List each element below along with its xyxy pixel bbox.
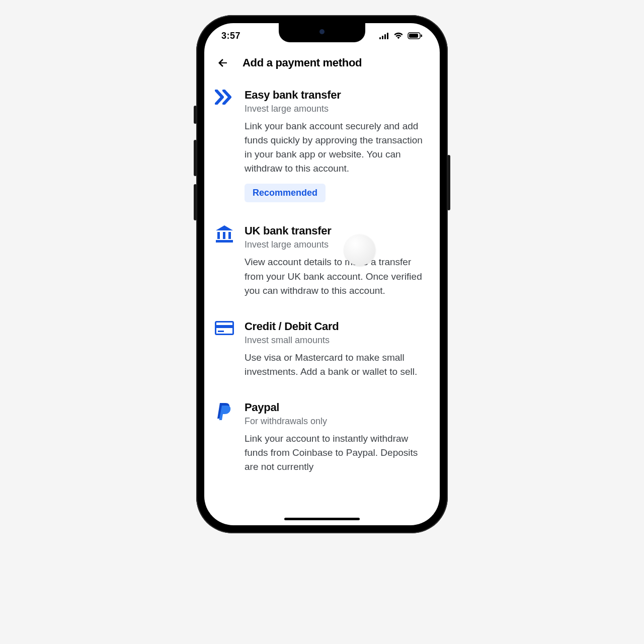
wifi-icon xyxy=(393,32,404,39)
double-chevron-icon xyxy=(215,90,234,105)
phone-power-button xyxy=(447,155,450,210)
bank-icon xyxy=(215,225,233,243)
svg-rect-11 xyxy=(216,240,233,243)
app-header: Add a payment method xyxy=(204,48,440,77)
method-subtitle: Invest small amounts xyxy=(245,335,430,346)
touch-indicator xyxy=(344,234,375,266)
svg-rect-1 xyxy=(382,36,383,39)
method-title: Easy bank transfer xyxy=(245,89,430,102)
phone-volume-up xyxy=(194,140,197,176)
svg-rect-2 xyxy=(384,34,386,39)
back-button[interactable] xyxy=(214,54,231,71)
svg-rect-9 xyxy=(223,232,225,239)
home-indicator[interactable] xyxy=(284,518,360,520)
svg-rect-6 xyxy=(421,35,423,37)
method-title: Credit / Debit Card xyxy=(245,320,430,333)
svg-rect-3 xyxy=(387,33,388,39)
page-title: Add a payment method xyxy=(243,56,362,69)
svg-rect-5 xyxy=(409,34,418,38)
method-subtitle: For withdrawals only xyxy=(245,416,430,427)
recommended-badge: Recommended xyxy=(245,184,326,202)
status-time: 3:57 xyxy=(221,31,240,41)
method-subtitle: Invest large amounts xyxy=(245,104,430,114)
method-title: UK bank transfer xyxy=(245,224,430,237)
svg-rect-14 xyxy=(218,331,224,332)
phone-frame: 3:57 xyxy=(196,15,448,533)
method-description: Link your account to instantly withdraw … xyxy=(245,432,430,474)
phone-notch xyxy=(279,23,365,42)
svg-marker-7 xyxy=(216,225,233,230)
cellular-icon xyxy=(379,33,389,39)
svg-rect-13 xyxy=(216,325,233,328)
method-description: View account details to make a transfer … xyxy=(245,255,430,297)
phone-screen: 3:57 xyxy=(204,23,440,525)
paypal-icon xyxy=(216,402,233,421)
credit-card-icon xyxy=(215,321,234,335)
method-uk-bank-transfer[interactable]: UK bank transfer Invest large amounts Vi… xyxy=(214,213,430,308)
battery-icon xyxy=(408,32,423,39)
svg-rect-10 xyxy=(228,232,231,239)
arrow-left-icon xyxy=(217,57,229,69)
svg-rect-8 xyxy=(217,232,220,239)
phone-silent-switch xyxy=(194,106,197,124)
method-description: Link your bank account securely and add … xyxy=(245,119,430,176)
method-credit-debit-card[interactable]: Credit / Debit Card Invest small amounts… xyxy=(214,309,430,390)
phone-volume-down xyxy=(194,184,197,220)
method-easy-bank-transfer[interactable]: Easy bank transfer Invest large amounts … xyxy=(214,77,430,213)
method-title: Paypal xyxy=(245,401,430,414)
method-subtitle: Invest large amounts xyxy=(245,239,430,250)
status-indicators xyxy=(379,32,423,39)
svg-rect-0 xyxy=(379,37,381,39)
payment-methods-list[interactable]: Easy bank transfer Invest large amounts … xyxy=(204,77,440,525)
method-description: Use visa or Mastercard to make small inv… xyxy=(245,351,430,379)
method-paypal[interactable]: Paypal For withdrawals only Link your ac… xyxy=(214,390,430,485)
